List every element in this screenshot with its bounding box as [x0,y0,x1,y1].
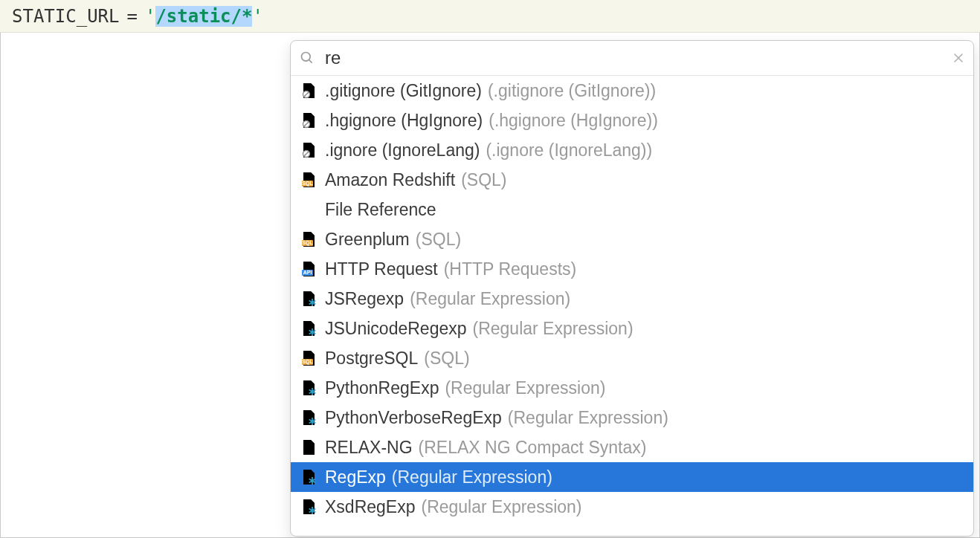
search-icon [300,51,315,65]
item-name: RegExp [325,469,386,486]
regex-file-icon [301,469,317,485]
code-equals: = [127,6,138,27]
none-file-icon [301,201,317,218]
list-item[interactable]: File Reference [291,195,973,224]
search-input[interactable] [323,47,952,69]
list-item[interactable]: .hgignore (HgIgnore)(.hgignore (HgIgnore… [291,106,973,135]
item-hint: (.gitignore (GitIgnore)) [488,82,656,100]
list-item[interactable]: RegExp(Regular Expression) [291,462,973,492]
item-hint: (Regular Expression) [508,409,668,427]
results-list: .gitignore (GitIgnore)(.gitignore (GitIg… [291,76,973,536]
regex-file-icon [301,320,317,337]
list-item[interactable]: RELAX-NG(RELAX NG Compact Syntax) [291,432,973,462]
forbid-file-icon [301,82,317,99]
list-item[interactable]: .ignore (IgnoreLang)(.ignore (IgnoreLang… [291,135,973,165]
code-variable: STATIC_URL [12,6,120,27]
item-name: .ignore (IgnoreLang) [325,142,480,159]
svg-text:SQL: SQL [302,240,313,246]
list-item[interactable]: .gitignore (GitIgnore)(.gitignore (GitIg… [291,76,973,106]
code-selection[interactable]: /static/* [155,6,252,27]
svg-line-1 [309,60,312,63]
item-name: JSUnicodeRegexp [325,320,467,337]
regex-file-icon [301,409,317,426]
regex-file-icon [301,291,317,307]
item-name: XsdRegExp [325,499,415,516]
item-name: HTTP Request [325,261,438,278]
list-item[interactable]: JSUnicodeRegexp(Regular Expression) [291,314,973,343]
item-hint: (.hgignore (HgIgnore)) [489,112,658,129]
item-hint: (Regular Expression) [445,380,605,397]
svg-point-20 [311,390,313,392]
regex-file-icon [301,380,317,396]
svg-point-17 [311,331,313,333]
list-item[interactable]: JSRegexp(Regular Expression) [291,284,973,314]
item-name: .hgignore (HgIgnore) [325,112,483,129]
code-close-quote: ' [252,6,262,27]
svg-text:API: API [303,270,312,275]
item-name: Amazon Redshift [325,172,455,189]
forbid-file-icon [301,112,317,129]
item-name: PythonVerboseRegExp [325,409,502,427]
list-item[interactable]: XsdRegExp(Regular Expression) [291,492,973,522]
list-item[interactable]: SQLGreenplum(SQL) [291,224,973,254]
list-item[interactable]: SQLAmazon Redshift(SQL) [291,165,973,195]
svg-point-23 [311,509,313,511]
item-hint: (Regular Expression) [473,320,634,337]
item-name: File Reference [325,201,436,218]
item-name: PythonRegExp [325,380,439,397]
svg-text:SQL: SQL [302,359,313,365]
svg-point-21 [311,420,313,422]
code-line[interactable]: STATIC_URL = ' /static/* ' [0,0,980,33]
item-hint: (Regular Expression) [421,499,581,516]
list-item[interactable]: APIHTTP Request(HTTP Requests) [291,254,973,284]
regex-file-icon [301,499,317,515]
item-hint: (HTTP Requests) [444,261,577,278]
item-hint: (.ignore (IgnoreLang)) [486,142,652,159]
item-name: JSRegexp [325,291,404,308]
item-hint: (Regular Expression) [392,469,552,486]
item-name: RELAX-NG [325,439,413,456]
item-name: Greenplum [325,231,410,248]
svg-point-0 [302,53,311,62]
sql-file-icon: SQL [301,172,317,188]
list-item[interactable]: PythonVerboseRegExp(Regular Expression) [291,403,973,432]
item-hint: (SQL) [461,172,506,189]
page-file-icon [301,439,317,456]
item-hint: (Regular Expression) [410,291,570,308]
code-open-quote: ' [145,6,155,27]
sql-file-icon: SQL [301,350,317,366]
svg-text:SQL: SQL [302,181,313,187]
list-item[interactable]: PythonRegExp(Regular Expression) [291,373,973,403]
sql-file-icon: SQL [301,231,317,247]
item-name: .gitignore (GitIgnore) [325,82,482,100]
item-hint: (RELAX NG Compact Syntax) [419,439,647,456]
clear-search-icon[interactable] [952,52,964,64]
item-name: PostgreSQL [325,350,418,367]
item-hint: (SQL) [424,350,469,367]
forbid-file-icon [301,142,317,158]
list-item[interactable]: SQLPostgreSQL(SQL) [291,343,973,373]
item-hint: (SQL) [416,231,461,248]
api-file-icon: API [301,261,317,277]
language-injection-popup: .gitignore (GitIgnore)(.gitignore (GitIg… [290,40,974,537]
search-row [291,41,973,76]
svg-point-16 [311,301,313,303]
svg-point-22 [311,479,313,482]
